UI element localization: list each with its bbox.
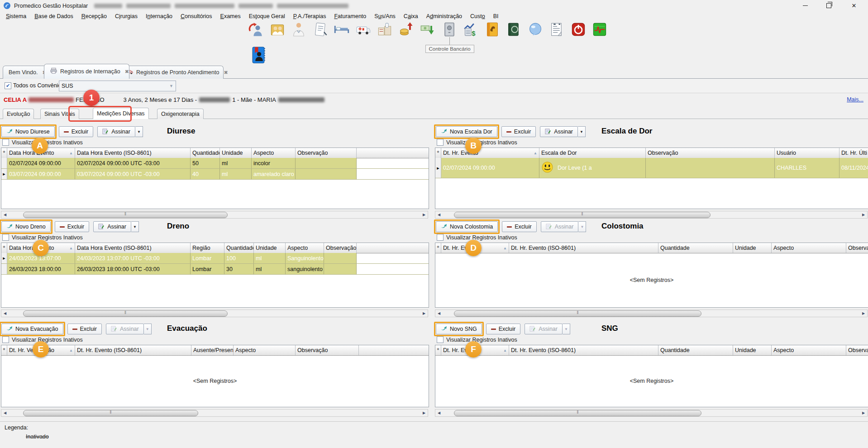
column-header-dt-hr-evento-iso-8601-[interactable]: Dt. Hr. Evento (ISO-8601) (509, 243, 658, 253)
assinar-button[interactable]: Assinar (93, 221, 131, 232)
column-header-ausente-presente[interactable]: Ausente/Presente (191, 345, 234, 355)
scrollbar-track[interactable] (443, 211, 860, 218)
patient-refresh-icon[interactable] (248, 22, 263, 37)
menu-item-sus-ans[interactable]: Sus/Ans (370, 12, 400, 20)
menu-item-exames[interactable]: Exames (216, 12, 245, 20)
column-header-aspecto[interactable]: Aspecto (286, 243, 324, 253)
new-colostomia-button[interactable]: Nova Colostomia (436, 221, 498, 232)
menu-item-recep-o[interactable]: Recepção (77, 12, 111, 20)
visualizar-inativos-checkbox[interactable] (437, 139, 444, 146)
menu-item-administra-o[interactable]: Administração (422, 12, 466, 20)
scrollbar-thumb[interactable] (23, 310, 228, 317)
visualizar-inativos-checkbox[interactable] (2, 234, 9, 241)
phone-book-icon[interactable] (485, 22, 500, 37)
column-header-regi-o[interactable]: Região (191, 243, 224, 253)
table-row[interactable]: ▸03/07/2024 09:00:0003/07/2024 09:00:00 … (1, 169, 429, 180)
bank-safe-icon[interactable] (442, 22, 457, 37)
power-off-icon[interactable] (571, 22, 586, 37)
new-escala-dor-button[interactable]: Nova Escala Dor (436, 126, 497, 137)
horizontal-scrollbar[interactable]: ◀▶ (1, 409, 428, 417)
excluir-button[interactable]: Excluir (67, 324, 102, 334)
new-diurese-button[interactable]: Novo Diurese (1, 126, 55, 137)
column-header-observa-o[interactable]: Observação (646, 148, 775, 158)
column-header-dt-hr-evento-iso-8601-[interactable]: Dt. Hr. Evento (ISO-8601) (75, 345, 191, 355)
visualizar-inativos-checkbox[interactable] (437, 234, 444, 241)
tab-registros-de-pronto-atendimento[interactable]: Registros de Pronto Atendimento✖ (120, 66, 224, 79)
menu-item-bi[interactable]: BI (489, 12, 503, 20)
excluir-button[interactable]: Excluir (502, 221, 537, 232)
minimize-button[interactable] (795, 0, 816, 11)
column-header-unidade[interactable]: Unidade (220, 148, 252, 158)
excluir-button[interactable]: Excluir (486, 324, 521, 334)
new-sng-button[interactable]: Novo SNG (436, 324, 482, 334)
column-header-aspecto[interactable]: Aspecto (252, 148, 296, 158)
menu-item-caixa[interactable]: Caixa (400, 12, 422, 20)
column-header-observa-o[interactable]: Observação (846, 345, 868, 355)
menu-item-custo[interactable]: Custo (466, 12, 489, 20)
column-header-usu-rio[interactable]: Usuário (775, 148, 839, 158)
chat-icon[interactable] (528, 22, 543, 37)
address-book-icon[interactable] (252, 46, 266, 64)
new-evacuacao-button[interactable]: Nova Evacuação (1, 324, 63, 334)
visualizar-inativos-checkbox[interactable] (437, 336, 444, 343)
subtab-evolu-o[interactable]: Evolução (3, 109, 34, 119)
column-header-data-hora-evento-iso-8601-[interactable]: Data Hora Evento (ISO-8601) (75, 243, 191, 253)
menu-item-interna-o[interactable]: Internação (142, 12, 176, 20)
scroll-right-icon[interactable]: ▶ (420, 410, 428, 416)
scrollbar-track[interactable] (9, 410, 420, 416)
column-header-unidade[interactable]: Unidade (733, 243, 772, 253)
tab-close-icon[interactable]: ✖ (224, 70, 228, 76)
scroll-right-icon[interactable]: ▶ (860, 310, 867, 317)
column-header-observa-o[interactable]: Observação (324, 243, 357, 253)
excluir-button[interactable]: Excluir (55, 221, 90, 232)
scrollbar-thumb[interactable] (454, 310, 701, 317)
column-header-aspecto[interactable]: Aspecto (234, 345, 296, 355)
close-button[interactable]: ✕ (844, 0, 864, 11)
table-row[interactable]: 26/03/2023 18:00:0026/03/2023 18:00:00 U… (1, 264, 429, 275)
column-header-dt-hr-evento-iso-8601-[interactable]: Dt. Hr. Evento (ISO-8601) (509, 345, 658, 355)
scroll-left-icon[interactable]: ◀ (1, 211, 9, 218)
scrollbar-thumb[interactable] (23, 410, 198, 416)
doctor-icon[interactable] (291, 22, 306, 37)
scroll-right-icon[interactable]: ▶ (420, 310, 428, 317)
ledger-book-icon[interactable] (506, 22, 521, 37)
column-header-quantidade[interactable]: Quantidade (658, 345, 733, 355)
horizontal-scrollbar[interactable]: ◀▶ (1, 211, 428, 219)
scroll-left-icon[interactable]: ◀ (435, 410, 443, 416)
todos-convenios-checkbox[interactable] (5, 82, 11, 89)
horizontal-scrollbar[interactable]: ◀▶ (435, 310, 868, 317)
column-header-quantidade[interactable]: Quantidade (224, 243, 254, 253)
column-header-unidade[interactable]: Unidade (733, 345, 772, 355)
prescription-icon[interactable] (313, 22, 328, 37)
scroll-left-icon[interactable]: ◀ (1, 410, 9, 416)
scrollbar-thumb[interactable] (454, 410, 701, 416)
tab-close-icon[interactable]: ✖ (125, 69, 129, 75)
excluir-button[interactable]: Excluir (501, 126, 536, 137)
column-header-observa-o[interactable]: Observação (846, 243, 868, 253)
menu-item-base-de-dados[interactable]: Base de Dados (30, 12, 77, 20)
assinar-dropdown-button[interactable]: ▼ (131, 221, 139, 232)
expense-down-icon[interactable] (420, 22, 435, 37)
horizontal-scrollbar[interactable]: ◀▶ (435, 211, 868, 219)
assinar-dropdown-button[interactable]: ▼ (135, 126, 143, 137)
scrollbar-track[interactable] (9, 211, 420, 218)
patient-records-icon[interactable] (270, 22, 285, 37)
column-header-quantidade[interactable]: Quantidade (191, 148, 220, 158)
ambulance-icon[interactable] (356, 22, 371, 37)
column-header-quantidade[interactable]: Quantidade (658, 243, 733, 253)
table-row[interactable]: 02/07/2024 09:00:0002/07/2024 09:00:00 U… (1, 158, 429, 169)
finance-calculator-icon[interactable]: $ (463, 22, 478, 37)
scrollbar-thumb[interactable] (23, 212, 228, 218)
revenue-up-icon[interactable] (399, 22, 414, 37)
assinar-button[interactable]: Assinar (97, 126, 135, 137)
scrollbar-track[interactable] (443, 410, 860, 416)
assinar-dropdown-button[interactable]: ▼ (578, 126, 586, 137)
pharmacy-icon[interactable] (377, 22, 392, 37)
column-header-observa-o[interactable]: Observação (296, 148, 357, 158)
restore-button[interactable] (818, 0, 839, 11)
hospital-bed-icon[interactable] (334, 22, 349, 37)
horizontal-scrollbar[interactable]: ◀▶ (1, 310, 428, 317)
menu-item-consult-rios[interactable]: Consultórios (176, 12, 216, 20)
column-header-dt-hr-lti[interactable]: Dt. Hr. Últi (839, 148, 868, 158)
menu-item-estoque-geral[interactable]: Estoque Geral (245, 12, 289, 20)
